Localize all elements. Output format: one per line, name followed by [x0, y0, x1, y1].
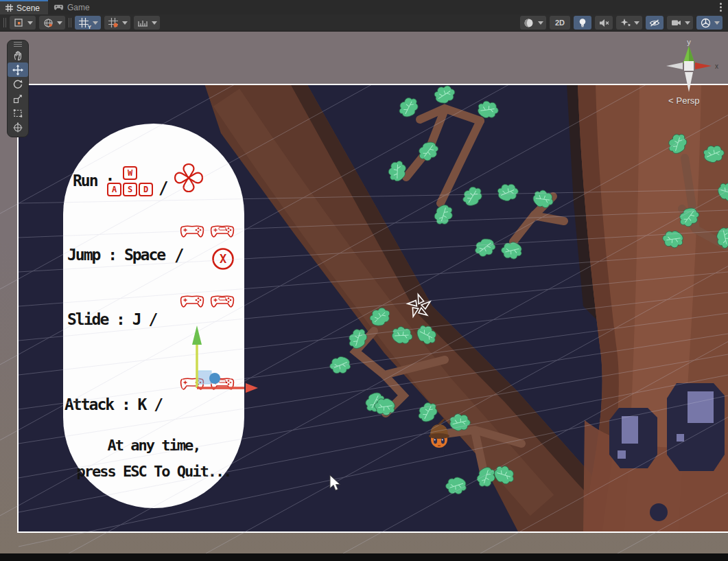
audio-muted-icon	[598, 17, 610, 28]
view-hand-tool[interactable]	[8, 48, 28, 62]
grid-axis-label: Y	[88, 24, 91, 30]
jump-separator: /	[174, 246, 184, 265]
y-axis-label: y	[687, 38, 691, 46]
grid-visibility-button[interactable]: Y	[75, 16, 101, 30]
dropdown-arrow-icon[interactable]	[152, 21, 157, 25]
lightbulb-icon	[576, 17, 589, 28]
grid-tab-icon	[5, 4, 13, 12]
x-button-label: X	[220, 252, 227, 266]
gamepad-icon	[180, 224, 206, 240]
audio-toggle-button[interactable]	[595, 16, 613, 30]
gizmos-toggle-button[interactable]	[696, 16, 723, 30]
acorn-character[interactable]	[429, 420, 449, 454]
2d-mode-button[interactable]: 2D	[550, 16, 570, 30]
draw-mode-button[interactable]	[520, 16, 546, 30]
rect-icon	[12, 108, 23, 119]
tab-scene[interactable]: Scene	[0, 0, 48, 14]
grid-y-icon: Y	[78, 17, 90, 28]
gizmo-x-cone[interactable]	[695, 62, 712, 69]
dropdown-arrow-icon[interactable]	[122, 21, 128, 25]
scale-icon	[12, 93, 23, 104]
transform-tool[interactable]	[8, 120, 28, 135]
projection-toggle[interactable]: < Persp	[668, 95, 700, 106]
tools-palette	[7, 40, 29, 137]
instructions-panel[interactable]: Run : W A S D /	[63, 124, 244, 508]
tab-scene-label: Scene	[16, 3, 40, 13]
dropdown-arrow-icon[interactable]	[57, 21, 62, 25]
scene-toolbar: Y	[0, 14, 728, 32]
shaded-sphere-icon	[523, 17, 535, 28]
mouse-cursor	[328, 474, 343, 492]
camera-icon	[670, 17, 682, 28]
scene-viewport[interactable]: Run : W A S D /	[0, 32, 728, 553]
x-axis-label: x	[715, 62, 718, 70]
tab-bar: Scene Game	[0, 0, 728, 14]
gamepad-icon	[180, 376, 206, 393]
footer-line-2: press ESC To Quit...	[63, 463, 244, 480]
key-a: A	[107, 183, 121, 196]
gamepad-icon	[210, 224, 236, 240]
footer-line-1: At any time,	[63, 437, 244, 454]
2d-mode-label: 2D	[552, 19, 567, 27]
gamepad-icon	[180, 294, 206, 310]
persp-arrow-icon: <	[668, 95, 674, 106]
palette-drag-handle[interactable]	[8, 41, 28, 48]
rect-tool[interactable]	[8, 106, 28, 120]
run-separator: /	[158, 179, 168, 198]
gizmo-down-cone[interactable]	[685, 72, 693, 92]
gamepad-x-button-icon: X	[211, 247, 235, 271]
lighting-toggle-button[interactable]	[574, 16, 591, 30]
tool-handle-icon	[12, 17, 25, 28]
eye-hidden-icon	[648, 17, 661, 28]
dropdown-arrow-icon[interactable]	[634, 21, 639, 25]
dropdown-arrow-icon[interactable]	[27, 21, 33, 25]
gizmos-icon	[699, 17, 712, 28]
tab-game[interactable]: Game	[48, 0, 98, 14]
globe-icon	[42, 17, 54, 28]
tab-game-label: Game	[67, 3, 90, 12]
hand-icon	[12, 50, 23, 61]
move-icon	[12, 65, 23, 76]
grid-snap-icon	[107, 17, 119, 28]
dpad-icon	[173, 162, 204, 194]
snap-settings-button[interactable]	[104, 16, 130, 30]
key-w: W	[123, 166, 137, 180]
persp-label: Persp	[677, 95, 700, 106]
toolbar-drag-handle[interactable]	[3, 18, 6, 27]
scene-visibility-button[interactable]	[646, 16, 664, 30]
ruler-icon	[137, 17, 149, 28]
dropdown-arrow-icon[interactable]	[685, 21, 690, 25]
slide-label: Slide : J /	[67, 310, 156, 328]
effects-icon	[619, 17, 631, 28]
dropdown-arrow-icon[interactable]	[93, 21, 98, 25]
jump-label: Jump : Space	[67, 246, 165, 264]
gamepad-icon	[210, 294, 236, 310]
camera-settings-button[interactable]	[667, 16, 693, 30]
tree-trunk-left	[204, 84, 594, 533]
key-d: D	[139, 183, 153, 196]
rotate-icon	[12, 79, 23, 90]
unity-editor-window: Scene Game	[0, 0, 728, 561]
dropdown-arrow-icon[interactable]	[714, 21, 720, 25]
effects-button[interactable]	[616, 16, 642, 30]
gamepad-icon	[210, 376, 236, 393]
gizmo-center-cube[interactable]	[684, 61, 694, 71]
scale-tool[interactable]	[8, 91, 28, 106]
toolbar-separator	[69, 18, 71, 27]
key-s: S	[123, 183, 137, 196]
gamepad-tab-icon	[54, 4, 64, 11]
dropdown-arrow-icon[interactable]	[538, 21, 543, 25]
window-bottom-edge	[0, 553, 728, 561]
scene-orientation-gizmo: y x	[657, 37, 726, 100]
transform-icon	[12, 122, 23, 133]
pivot-orientation-button[interactable]	[39, 16, 65, 30]
snap-increment-button[interactable]	[134, 16, 160, 30]
kebab-menu-icon[interactable]	[713, 0, 728, 14]
tool-settings-button[interactable]	[10, 16, 36, 30]
attack-label: Attack : K /	[64, 396, 162, 413]
move-tool[interactable]	[8, 62, 28, 77]
gizmo-left-cone[interactable]	[666, 62, 683, 69]
rotate-tool[interactable]	[8, 77, 28, 91]
